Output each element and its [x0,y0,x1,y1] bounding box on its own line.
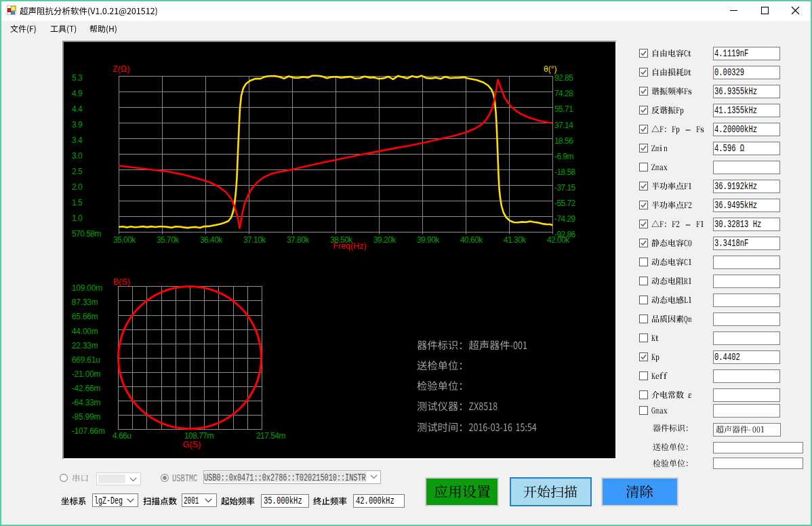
svg-text:4.66u: 4.66u [113,431,131,441]
svg-text:40.60k: 40.60k [460,235,483,245]
svg-text:37.14: 37.14 [554,121,573,130]
svg-text:44.00m: 44.00m [72,327,98,336]
svg-text:-64.33m: -64.33m [72,398,101,407]
svg-text:3.4: 3.4 [72,136,83,145]
svg-text:109.00m: 109.00m [72,283,103,293]
svg-text:-21.00m: -21.00m [72,369,101,379]
svg-text:39.90k: 39.90k [417,235,440,245]
svg-text:65.66m: 65.66m [72,312,98,321]
svg-text:-107.66m: -107.66m [72,426,105,436]
svg-text:570.58m: 570.58m [72,229,101,239]
svg-text:-74.29: -74.29 [554,214,576,224]
svg-text:92.85: 92.85 [554,73,573,83]
svg-text:-18.58: -18.58 [554,167,576,177]
svg-text:39.20k: 39.20k [373,235,397,245]
svg-text:36.40k: 36.40k [200,235,223,245]
svg-text:-6.9m: -6.9m [554,152,573,161]
svg-text:4.9: 4.9 [72,89,83,98]
svg-text:B(S): B(S) [113,277,130,287]
svg-text:74.28: 74.28 [554,89,573,98]
svg-text:22.33m: 22.33m [72,341,98,350]
svg-text:108.77m: 108.77m [184,431,214,441]
svg-text:-37.15: -37.15 [554,183,576,193]
svg-text:θ(°): θ(°) [544,64,556,74]
svg-text:87.33m: 87.33m [72,298,98,307]
svg-text:Z(Ω): Z(Ω) [113,64,129,74]
svg-text:-42.66m: -42.66m [72,384,101,393]
svg-text:2.5: 2.5 [72,167,83,176]
svg-text:669.61u: 669.61u [72,355,100,365]
svg-text:37.80k: 37.80k [287,235,310,245]
svg-text:217.54m: 217.54m [256,431,285,441]
svg-text:3.9: 3.9 [72,120,83,129]
svg-text:1.5: 1.5 [72,198,83,207]
svg-text:Freq(Hz): Freq(Hz) [333,241,366,251]
svg-text:4.4: 4.4 [72,104,83,114]
svg-text:G(S): G(S) [183,440,201,449]
svg-text:-55.72: -55.72 [554,199,576,208]
svg-text:42.00k: 42.00k [547,235,570,245]
svg-text:-85.99m: -85.99m [72,412,101,422]
svg-text:55.71: 55.71 [554,104,573,114]
svg-text:37.10k: 37.10k [243,235,266,245]
svg-text:18.56: 18.56 [554,136,573,146]
svg-text:1.0: 1.0 [72,214,83,223]
svg-text:2.0: 2.0 [72,182,83,192]
svg-text:35.70k: 35.70k [157,235,180,245]
svg-text:41.30k: 41.30k [504,235,527,245]
svg-text:35.00k: 35.00k [113,235,136,245]
svg-text:3.0: 3.0 [72,151,83,161]
svg-text:5.3: 5.3 [72,73,83,83]
